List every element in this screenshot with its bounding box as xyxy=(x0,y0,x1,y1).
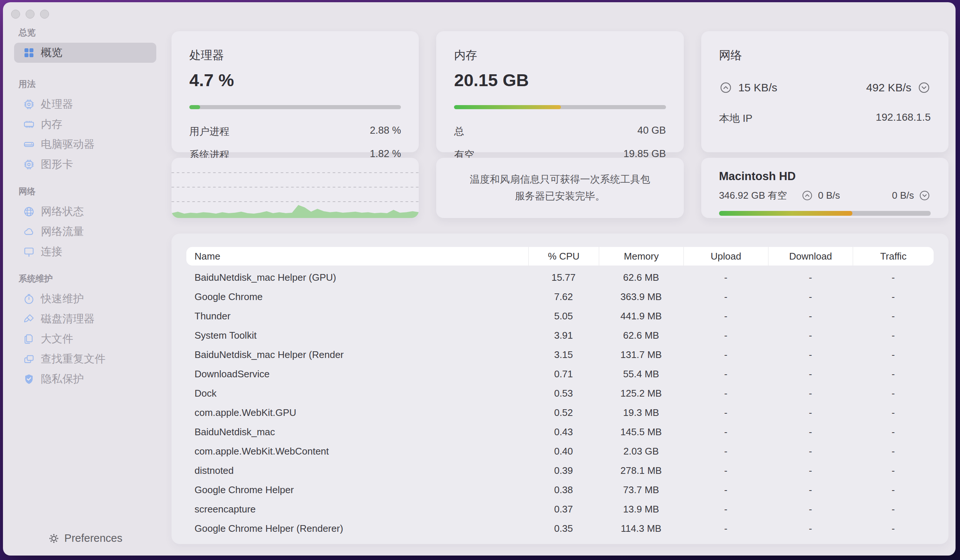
process-name-cell: Dock xyxy=(186,388,528,399)
table-row[interactable]: Google Chrome Helper (Renderer) 0.35 114… xyxy=(186,519,934,538)
sidebar-item-find-duplicates[interactable]: 查找重复文件 xyxy=(14,349,156,369)
process-traffic-cell: - xyxy=(853,407,934,419)
process-download-cell: - xyxy=(768,426,853,438)
table-row[interactable]: BaiduNetdisk_mac Helper (GPU) 15.77 62.6… xyxy=(186,268,934,287)
process-cpu-cell: 0.35 xyxy=(528,523,599,534)
network-upload: 15 KB/s xyxy=(719,81,778,94)
process-upload-cell: - xyxy=(683,426,768,438)
globe-icon xyxy=(23,206,35,218)
process-memory-cell: 131.7 MB xyxy=(599,349,683,361)
process-cpu-cell: 0.43 xyxy=(528,426,599,438)
process-cpu-cell: 0.71 xyxy=(528,368,599,380)
sidebar-item-privacy[interactable]: 隐私保护 xyxy=(14,369,156,389)
table-row[interactable]: System Toolkit 3.91 62.6 MB - - - xyxy=(186,326,934,345)
memory-usage-bar-fill xyxy=(454,105,560,109)
process-upload-cell: - xyxy=(683,446,768,457)
notice-line-2: 服务器已安装完毕。 xyxy=(470,188,650,205)
process-name-cell: Thunder xyxy=(186,310,528,322)
disk-usage-bar xyxy=(719,211,931,216)
sidebar-item-large-files[interactable]: 大文件 xyxy=(14,329,156,349)
process-download-cell: - xyxy=(768,310,853,322)
sidebar-item-quick-maintenance[interactable]: 快速维护 xyxy=(14,289,156,309)
column-header-traffic[interactable]: Traffic xyxy=(853,247,934,266)
sidebar-item-cpu[interactable]: 处理器 xyxy=(14,94,156,114)
table-row[interactable]: Google Chrome 7.62 363.9 MB - - - xyxy=(186,287,934,306)
table-row[interactable]: distnoted 0.39 278.1 MB - - - xyxy=(186,461,934,480)
sidebar-item-label: 大文件 xyxy=(41,331,73,346)
table-row[interactable]: Google Chrome Helper 0.38 73.7 MB - - - xyxy=(186,480,934,499)
sidebar-item-overview[interactable]: 概览 xyxy=(14,43,156,63)
process-download-cell: - xyxy=(768,504,853,515)
sidebar-section-overview: 总览 xyxy=(14,27,156,38)
table-row[interactable]: screencapture 0.37 13.9 MB - - - xyxy=(186,499,934,519)
table-row[interactable]: Thunder 5.05 441.9 MB - - - xyxy=(186,306,934,326)
table-row[interactable]: com.apple.WebKit.WebContent 0.40 2.03 GB… xyxy=(186,442,934,461)
display-icon xyxy=(23,246,35,258)
table-row[interactable]: DownloadService 0.71 55.4 MB - - - xyxy=(186,364,934,384)
sidebar-item-disk-cleaner[interactable]: 磁盘清理器 xyxy=(14,309,156,329)
upload-arrow-icon xyxy=(719,81,733,94)
sidebar-item-memory[interactable]: 内存 xyxy=(14,114,156,134)
column-header-download[interactable]: Download xyxy=(768,247,853,266)
process-upload-cell: - xyxy=(683,388,768,399)
close-button[interactable] xyxy=(11,10,20,19)
cpu-usage-value: 4.7 % xyxy=(189,70,401,90)
preferences-button[interactable]: Preferences xyxy=(48,532,122,544)
process-download-cell: - xyxy=(768,368,853,380)
process-name-cell: BaiduNetdisk_mac Helper (Render xyxy=(186,349,528,361)
column-header-upload[interactable]: Upload xyxy=(683,247,768,266)
process-cpu-cell: 0.39 xyxy=(528,465,599,477)
table-row[interactable]: Dock 0.53 125.2 MB - - - xyxy=(186,384,934,403)
files-icon xyxy=(23,333,35,345)
table-row[interactable]: BaiduNetdisk_mac Helper (Render 3.15 131… xyxy=(186,345,934,364)
process-cpu-cell: 0.37 xyxy=(528,504,599,515)
sidebar-item-network-traffic[interactable]: 网络流量 xyxy=(14,222,156,242)
table-row[interactable]: BaiduNetdisk_mac 0.43 145.5 MB - - - xyxy=(186,422,934,442)
column-header-memory[interactable]: Memory xyxy=(599,247,683,266)
process-traffic-cell: - xyxy=(853,310,934,322)
process-cpu-cell: 3.91 xyxy=(528,330,599,341)
sidebar-item-drives[interactable]: 电脑驱动器 xyxy=(14,134,156,155)
disk-write-arrow-icon xyxy=(801,189,813,202)
duplicate-icon xyxy=(23,353,35,365)
process-memory-cell: 62.6 MB xyxy=(599,330,683,341)
sidebar-item-gpu[interactable]: 图形卡 xyxy=(14,155,156,174)
process-memory-cell: 114.3 MB xyxy=(599,523,683,534)
table-row[interactable]: com.apple.WebKit.GPU 0.52 19.3 MB - - - xyxy=(186,403,934,422)
column-header-name[interactable]: Name xyxy=(186,247,528,266)
process-memory-cell: 441.9 MB xyxy=(599,310,683,322)
process-download-cell: - xyxy=(768,349,853,361)
process-traffic-cell: - xyxy=(853,504,934,515)
stopwatch-icon xyxy=(23,293,35,305)
process-traffic-cell: - xyxy=(853,272,934,283)
disk-free-value: 346.92 GB 有空 xyxy=(719,189,802,202)
process-upload-cell: - xyxy=(683,291,768,302)
cpu-user-label: 用户进程 xyxy=(189,125,229,138)
process-upload-cell: - xyxy=(683,368,768,380)
process-download-cell: - xyxy=(768,388,853,399)
process-upload-cell: - xyxy=(683,484,768,496)
sidebar-item-label: 快速维护 xyxy=(41,291,84,306)
process-traffic-cell: - xyxy=(853,388,934,399)
sidebar-item-connections[interactable]: 连接 xyxy=(14,242,156,262)
process-traffic-cell: - xyxy=(853,446,934,457)
process-name-cell: screencapture xyxy=(186,504,528,515)
process-download-cell: - xyxy=(768,465,853,477)
disk-read-arrow-icon xyxy=(918,189,931,202)
app-window: 总览 概览 用法 处理器 内存 电脑驱动器 xyxy=(3,2,955,555)
process-cpu-cell: 3.15 xyxy=(528,349,599,361)
process-download-cell: - xyxy=(768,291,853,302)
process-download-cell: - xyxy=(768,484,853,496)
sidebar-section-network: 网络 xyxy=(14,186,156,197)
process-download-cell: - xyxy=(768,272,853,283)
minimize-button[interactable] xyxy=(26,10,35,19)
zoom-button[interactable] xyxy=(40,10,49,19)
sidebar-section-maintenance: 系统维护 xyxy=(14,273,156,285)
process-cpu-cell: 15.77 xyxy=(528,272,599,283)
local-ip-row: 本地 IP 192.168.1.5 xyxy=(719,111,931,125)
sidebar-item-network-status[interactable]: 网络状态 xyxy=(14,202,156,222)
process-traffic-cell: - xyxy=(853,291,934,302)
disk-read-value: 0 B/s xyxy=(892,190,914,201)
process-traffic-cell: - xyxy=(853,484,934,496)
column-header-cpu[interactable]: % CPU xyxy=(528,247,599,266)
